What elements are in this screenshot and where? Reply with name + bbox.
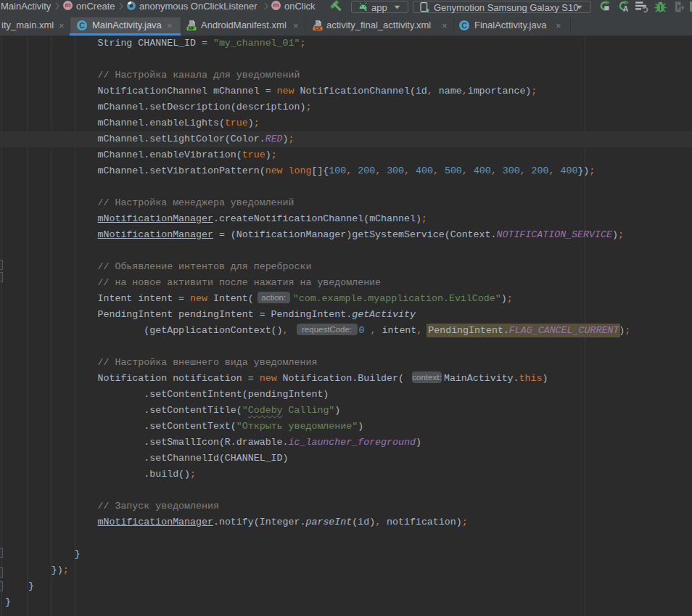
svg-text:MF: MF	[189, 26, 195, 30]
svg-text:C: C	[79, 21, 85, 30]
svg-text:CX: CX	[315, 26, 321, 30]
svg-text:C: C	[461, 21, 467, 30]
svg-text:A: A	[623, 5, 628, 12]
